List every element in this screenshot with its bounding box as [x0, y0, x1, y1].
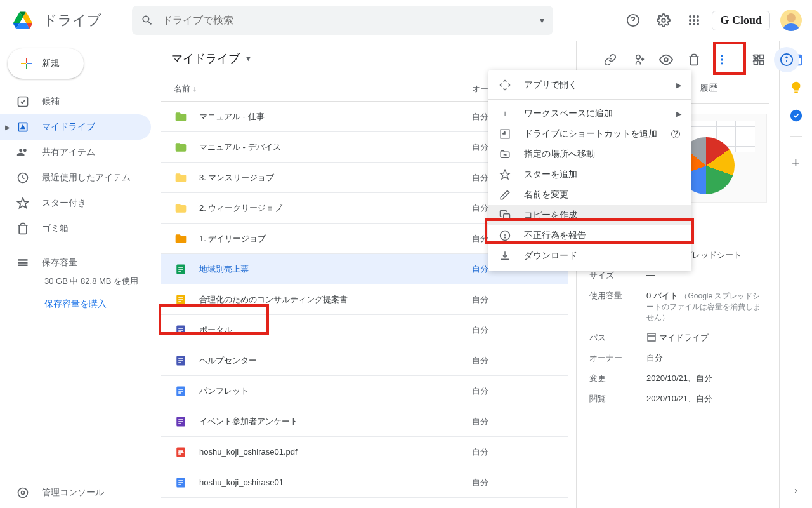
storage-icon — [16, 257, 29, 269]
trash-icon[interactable] — [681, 47, 707, 72]
file-row[interactable]: hoshu_koji_oshirase01自分 — [161, 467, 568, 498]
chevron-right-icon: ▶ — [676, 81, 681, 90]
menu-shortcut[interactable]: ドライブにショートカットを追加? — [488, 124, 691, 144]
svg-rect-36 — [178, 389, 183, 390]
grid-view-icon[interactable] — [746, 47, 771, 72]
nav-item-2[interactable]: 共有アイテム — [0, 140, 151, 165]
meta-mod-val: 2020/10/21、自分 — [646, 373, 766, 384]
file-type-icon — [174, 294, 188, 305]
file-owner: 自分 — [472, 203, 488, 214]
svg-point-2 — [689, 15, 691, 18]
file-row[interactable]: PDFhoshu_koji_oshirase01.pdf自分 — [161, 437, 568, 467]
link-icon[interactable] — [598, 47, 623, 72]
menu-label: アプリで開く — [524, 79, 577, 91]
file-name: マニュアル - デバイス — [199, 142, 472, 153]
meta-view-val: 2020/10/21、自分 — [646, 393, 766, 404]
side-panel: 31 + › — [779, 41, 812, 508]
file-type-icon: PDF — [174, 446, 188, 458]
admin-console[interactable]: 管理コンソール — [0, 478, 159, 508]
file-type-icon — [174, 171, 188, 184]
menu-report[interactable]: 不正行為を報告 — [488, 225, 691, 246]
file-owner: 自分 — [472, 385, 488, 397]
file-type-icon — [174, 477, 188, 488]
file-row[interactable]: パンフレット自分 — [161, 376, 568, 406]
chevron-down-icon: ▼ — [245, 55, 252, 62]
shortcut-icon — [499, 128, 511, 140]
nav-item-3[interactable]: 最近使用したアイテム — [0, 165, 151, 190]
apps-icon[interactable] — [681, 8, 707, 33]
menu-download[interactable]: ダウンロード — [488, 246, 691, 266]
search-input[interactable] — [162, 15, 531, 26]
context-menu: アプリで開く▶+ワークスペースに追加▶ドライブにショートカットを追加?指定の場所… — [488, 70, 691, 271]
keep-icon[interactable] — [789, 80, 804, 95]
svg-rect-59 — [760, 61, 764, 65]
menu-open[interactable]: アプリで開く▶ — [488, 75, 691, 95]
svg-point-55 — [721, 62, 723, 64]
nav-item-0[interactable]: 候補 — [0, 89, 151, 114]
menu-plus[interactable]: +ワークスペースに追加▶ — [488, 104, 691, 124]
info-icon[interactable] — [774, 47, 799, 72]
avatar[interactable] — [780, 10, 802, 31]
svg-point-4 — [697, 15, 699, 18]
menu-rename[interactable]: 名前を変更 — [488, 185, 691, 205]
help-icon[interactable] — [620, 8, 646, 33]
new-button[interactable]: 新規 — [8, 48, 84, 79]
col-name[interactable]: 名前 — [174, 84, 190, 93]
svg-rect-51 — [178, 484, 181, 485]
nav-item-1[interactable]: ▶マイドライブ — [0, 114, 151, 140]
file-name: ポータル — [199, 324, 472, 336]
svg-rect-22 — [178, 271, 181, 272]
add-addon-icon[interactable]: + — [789, 156, 804, 171]
storage-item[interactable]: 保存容量 — [0, 250, 159, 276]
nav-item-4[interactable]: スター付き — [0, 190, 151, 216]
file-name: hoshu_koji_oshirase01 — [199, 478, 472, 487]
meta-usage-val: 0 バイト （Google スプレッドシートのファイルは容量を消費しません） — [646, 290, 766, 323]
menu-star[interactable]: スターを追加 — [488, 164, 691, 185]
file-row[interactable]: ヘルプセンター自分 — [161, 345, 568, 376]
plus-icon: + — [499, 109, 511, 119]
sidebar: 新規 候補▶マイドライブ共有アイテム最近使用したアイテムスター付きゴミ箱 保存容… — [0, 41, 159, 508]
svg-rect-58 — [754, 61, 758, 65]
search-dropdown-icon[interactable]: ▾ — [540, 15, 544, 25]
tab-history[interactable]: 履歴 — [697, 76, 720, 103]
menu-label: ワークスペースに追加 — [524, 108, 613, 119]
file-owner: 自分 — [472, 111, 488, 123]
file-row[interactable]: イベント参加者アンケート自分 — [161, 406, 568, 437]
buy-storage-link[interactable]: 保存容量を購入 — [0, 298, 159, 310]
star-icon — [499, 169, 511, 180]
help-icon[interactable]: ? — [671, 130, 680, 138]
menu-copy[interactable]: コピーを作成 — [488, 205, 691, 225]
settings-icon[interactable] — [651, 8, 676, 33]
brand-badge[interactable]: G Cloud — [712, 11, 770, 30]
main-area: マイドライブ▼ 名前 ↓ オーナー マニュアル - 仕事自分マニュアル - デバ… — [159, 41, 812, 508]
svg-rect-63 — [504, 214, 510, 220]
admin-label: 管理コンソール — [42, 487, 104, 498]
more-icon[interactable] — [709, 47, 735, 72]
drive-icon — [16, 121, 29, 133]
meta-mod-key: 変更 — [589, 373, 646, 384]
collapse-panel-icon[interactable]: › — [789, 483, 804, 498]
tasks-icon[interactable] — [789, 108, 804, 123]
file-row[interactable]: ポータル自分 — [161, 315, 568, 345]
share-icon[interactable] — [625, 47, 651, 72]
meta-owner-key: オーナー — [589, 352, 646, 364]
file-name: 1. デイリージョブ — [199, 233, 472, 244]
nav-item-5[interactable]: ゴミ箱 — [0, 216, 151, 241]
drive-logo[interactable] — [10, 8, 36, 33]
svg-point-52 — [664, 58, 668, 62]
people-icon — [16, 146, 29, 159]
nav-label: 最近使用したアイテム — [42, 172, 131, 184]
trash-icon — [16, 222, 29, 235]
search-bar[interactable]: ▾ — [132, 6, 553, 35]
file-name: パンフレット — [199, 385, 472, 397]
preview-icon[interactable] — [653, 47, 679, 72]
file-row[interactable]: 合理化のためのコンサルティング提案書自分 — [161, 284, 568, 315]
svg-point-8 — [689, 23, 691, 25]
meta-view-key: 閲覧 — [589, 393, 646, 404]
report-icon — [499, 230, 511, 241]
meta-path-val[interactable]: マイドライブ — [646, 332, 766, 344]
menu-move[interactable]: 指定の場所へ移動 — [488, 144, 691, 164]
storage-label: 保存容量 — [42, 257, 77, 269]
meta-path-key: パス — [589, 332, 646, 344]
svg-rect-29 — [178, 330, 183, 331]
